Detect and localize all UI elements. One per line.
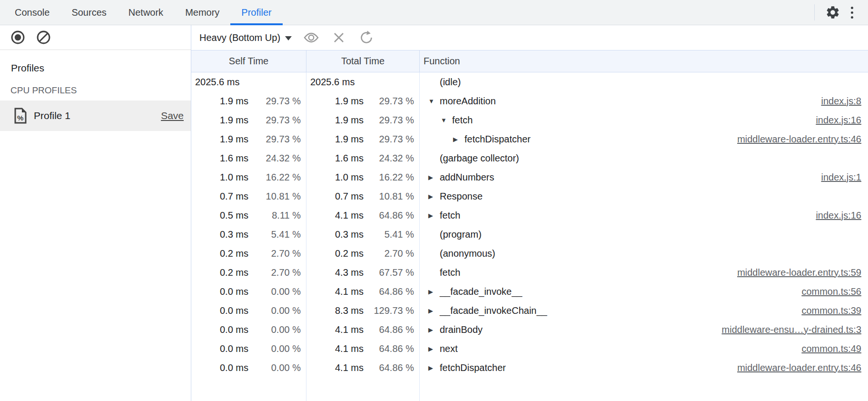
total-time-cell: 1.9 ms29.73 %: [306, 91, 420, 110]
table-row[interactable]: 0.0 ms0.00 %4.1 ms64.86 %▶__facade_invok…: [191, 282, 868, 301]
percent-value: 2.70 %: [364, 248, 414, 259]
table-row[interactable]: 0.3 ms5.41 %0.3 ms5.41 %(program): [191, 225, 868, 244]
function-name: (anonymous): [440, 248, 495, 259]
table-row[interactable]: 2025.6 ms2025.6 ms(idle): [191, 72, 868, 91]
sidebar-item-profile-1[interactable]: % Profile 1 Save: [0, 100, 191, 131]
function-name: next: [440, 343, 458, 354]
self-time-cell: 1.9 ms29.73 %: [191, 91, 306, 110]
function-name: __facade_invoke__: [440, 286, 522, 297]
view-mode-dropdown[interactable]: Heavy (Bottom Up): [199, 32, 292, 43]
expanded-arrow-icon[interactable]: ▼: [428, 98, 440, 105]
source-link[interactable]: common.ts:39: [792, 305, 861, 316]
collapsed-arrow-icon[interactable]: ▶: [428, 326, 440, 333]
restore-functions-refresh-icon[interactable]: [358, 30, 375, 46]
percent-value: 10.81 %: [248, 191, 301, 202]
total-time-cell: 1.9 ms29.73 %: [306, 110, 420, 130]
source-link[interactable]: middleware-loader.entry.ts:46: [728, 134, 861, 145]
table-row[interactable]: 0.2 ms2.70 %4.3 ms67.57 %fetchmiddleware…: [191, 263, 868, 282]
table-row[interactable]: 1.9 ms29.73 %1.9 ms29.73 %▶fetchDispatch…: [191, 130, 868, 149]
function-name: addNumbers: [440, 172, 494, 183]
percent-value: 16.22 %: [248, 172, 301, 183]
percent-value: 29.73 %: [364, 115, 414, 126]
function-name: fetchDispatcher: [440, 362, 506, 373]
settings-gear-icon[interactable]: [823, 3, 842, 22]
column-header-self-time[interactable]: Self Time: [191, 50, 306, 72]
source-link[interactable]: index.js:1: [812, 172, 862, 183]
tab-memory[interactable]: Memory: [174, 0, 230, 25]
table-row[interactable]: 0.2 ms2.70 %0.2 ms2.70 %(anonymous): [191, 244, 868, 263]
focus-function-eye-icon[interactable]: [303, 30, 319, 46]
function-cell: (garbage collector): [420, 149, 868, 168]
tab-console[interactable]: Console: [4, 0, 60, 25]
source-link[interactable]: common.ts:49: [792, 343, 861, 354]
source-link[interactable]: index.js:16: [806, 115, 861, 126]
profile-name: Profile 1: [34, 110, 70, 121]
time-value: 0.7 ms: [191, 191, 248, 202]
self-time-cell: 0.3 ms5.41 %: [191, 225, 306, 244]
view-mode-label: Heavy (Bottom Up): [199, 32, 280, 43]
source-link[interactable]: middleware-loader.entry.ts:46: [728, 362, 861, 373]
collapsed-arrow-icon[interactable]: ▶: [428, 288, 440, 295]
column-header-function[interactable]: Function: [420, 50, 868, 72]
collapsed-arrow-icon[interactable]: ▶: [428, 212, 440, 219]
time-value: 1.0 ms: [306, 172, 364, 183]
time-value: 1.9 ms: [191, 96, 248, 107]
self-time-cell: 0.0 ms0.00 %: [191, 339, 306, 358]
collapsed-arrow-icon[interactable]: ▶: [428, 364, 440, 371]
function-name: (garbage collector): [440, 153, 519, 164]
time-value: 2025.6 ms: [195, 77, 239, 88]
table-row[interactable]: 1.6 ms24.32 %1.6 ms24.32 %(garbage colle…: [191, 149, 868, 168]
record-button[interactable]: [8, 28, 27, 47]
table-row[interactable]: 0.0 ms0.00 %4.1 ms64.86 %▶nextcommon.ts:…: [191, 339, 868, 358]
table-row[interactable]: 1.0 ms16.22 %1.0 ms16.22 %▶addNumbersind…: [191, 168, 868, 187]
function-cell: ▼fetchindex.js:16: [420, 110, 868, 130]
time-value: 0.5 ms: [191, 210, 248, 221]
exclude-function-x-icon[interactable]: [331, 30, 347, 46]
save-link[interactable]: Save: [161, 110, 184, 121]
filler-self-cell: [191, 377, 306, 401]
more-options-icon[interactable]: [842, 3, 861, 22]
percent-value: 29.73 %: [364, 96, 414, 107]
function-cell: (anonymous): [420, 244, 868, 263]
tab-label: Sources: [71, 7, 106, 18]
table-row[interactable]: 1.9 ms29.73 %1.9 ms29.73 %▼moreAdditioni…: [191, 91, 868, 110]
source-link[interactable]: index.js:16: [806, 210, 861, 221]
time-value: 1.9 ms: [191, 134, 248, 145]
toolbar-divider: [814, 4, 815, 20]
self-time-cell: 1.6 ms24.32 %: [191, 149, 306, 168]
total-time-cell: 1.6 ms24.32 %: [306, 149, 420, 168]
collapsed-arrow-icon[interactable]: ▶: [428, 193, 440, 200]
function-cell: ▶__facade_invokeChain__common.ts:39: [420, 301, 868, 320]
table-row[interactable]: 0.7 ms10.81 %0.7 ms10.81 %▶Response: [191, 187, 868, 206]
collapsed-arrow-icon[interactable]: ▶: [428, 345, 440, 352]
table-row[interactable]: 0.0 ms0.00 %8.3 ms129.73 %▶__facade_invo…: [191, 301, 868, 320]
table-row[interactable]: 0.5 ms8.11 %4.1 ms64.86 %▶fetchindex.js:…: [191, 206, 868, 225]
total-time-cell: 4.1 ms64.86 %: [306, 282, 420, 301]
tab-sources[interactable]: Sources: [60, 0, 117, 25]
collapsed-arrow-icon[interactable]: ▶: [428, 307, 440, 314]
table-row[interactable]: 1.9 ms29.73 %1.9 ms29.73 %▼fetchindex.js…: [191, 110, 868, 130]
tab-network[interactable]: Network: [118, 0, 174, 25]
total-time-cell: 4.1 ms64.86 %: [306, 339, 420, 358]
time-value: 0.0 ms: [191, 343, 248, 354]
collapsed-arrow-icon[interactable]: ▶: [453, 136, 464, 143]
tab-profiler[interactable]: Profiler: [230, 0, 282, 25]
source-link[interactable]: common.ts:56: [792, 286, 861, 297]
chevron-down-icon: [285, 36, 292, 40]
collapsed-arrow-icon[interactable]: ▶: [428, 174, 440, 181]
source-link[interactable]: middleware-ensu…y-drained.ts:3: [712, 324, 861, 335]
function-cell: (program): [420, 225, 868, 244]
column-header-total-time[interactable]: Total Time: [306, 50, 420, 72]
function-cell: ▶drainBodymiddleware-ensu…y-drained.ts:3: [420, 320, 868, 339]
table-row[interactable]: 0.0 ms0.00 %4.1 ms64.86 %▶fetchDispatche…: [191, 358, 868, 377]
percent-value: 5.41 %: [248, 229, 301, 240]
expanded-arrow-icon[interactable]: ▼: [441, 117, 452, 124]
filler-function-cell: [420, 377, 868, 401]
percent-value: 0.00 %: [248, 286, 301, 297]
svg-text:%: %: [17, 114, 23, 122]
source-link[interactable]: index.js:8: [812, 96, 862, 107]
clear-profiles-button[interactable]: [34, 28, 53, 47]
source-link[interactable]: middleware-loader.entry.ts:59: [728, 267, 861, 278]
self-time-cell: 0.7 ms10.81 %: [191, 187, 306, 206]
table-row[interactable]: 0.0 ms0.00 %4.1 ms64.86 %▶drainBodymiddl…: [191, 320, 868, 339]
